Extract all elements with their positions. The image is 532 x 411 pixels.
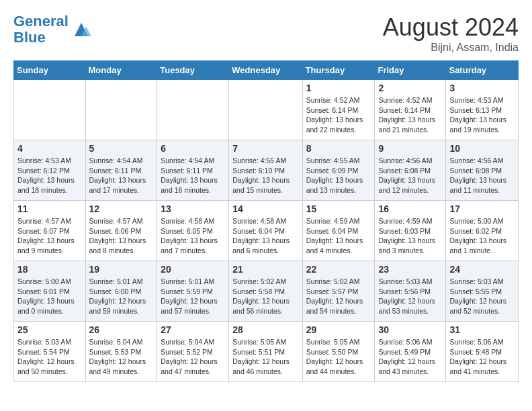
calendar-cell: 25Sunrise: 5:03 AM Sunset: 5:54 PM Dayli… — [14, 322, 86, 382]
day-number: 24 — [449, 264, 515, 275]
calendar-cell: 23Sunrise: 5:03 AM Sunset: 5:56 PM Dayli… — [375, 261, 446, 322]
calendar-cell: 30Sunrise: 5:06 AM Sunset: 5:49 PM Dayli… — [375, 322, 446, 382]
day-info: Sunrise: 4:53 AM Sunset: 6:13 PM Dayligh… — [449, 95, 515, 135]
calendar-cell: 27Sunrise: 5:04 AM Sunset: 5:52 PM Dayli… — [157, 322, 229, 382]
day-number: 20 — [161, 264, 225, 275]
day-info: Sunrise: 5:00 AM Sunset: 6:02 PM Dayligh… — [449, 216, 515, 256]
location: Bijni, Assam, India — [383, 42, 519, 54]
day-info: Sunrise: 4:56 AM Sunset: 6:08 PM Dayligh… — [378, 156, 442, 195]
day-number: 30 — [378, 324, 442, 335]
calendar-cell: 22Sunrise: 5:02 AM Sunset: 5:57 PM Dayli… — [302, 261, 375, 322]
calendar-cell: 20Sunrise: 5:01 AM Sunset: 5:59 PM Dayli… — [157, 261, 229, 322]
day-info: Sunrise: 5:06 AM Sunset: 5:49 PM Dayligh… — [378, 337, 442, 377]
calendar-cell: 13Sunrise: 4:58 AM Sunset: 6:05 PM Dayli… — [157, 201, 229, 261]
day-info: Sunrise: 4:56 AM Sunset: 6:08 PM Dayligh… — [449, 156, 515, 195]
day-number: 9 — [378, 143, 442, 154]
day-number: 14 — [232, 203, 298, 214]
week-row-4: 18Sunrise: 5:00 AM Sunset: 6:01 PM Dayli… — [14, 261, 519, 322]
calendar-cell: 8Sunrise: 4:55 AM Sunset: 6:09 PM Daylig… — [302, 140, 375, 201]
day-number: 1 — [306, 83, 371, 93]
day-info: Sunrise: 4:52 AM Sunset: 6:14 PM Dayligh… — [306, 95, 371, 135]
day-info: Sunrise: 5:03 AM Sunset: 5:54 PM Dayligh… — [17, 337, 82, 377]
day-info: Sunrise: 4:57 AM Sunset: 6:07 PM Dayligh… — [17, 216, 82, 256]
calendar-cell: 6Sunrise: 4:54 AM Sunset: 6:11 PM Daylig… — [157, 140, 229, 201]
calendar-cell: 1Sunrise: 4:52 AM Sunset: 6:14 PM Daylig… — [302, 80, 375, 140]
weekday-header-thursday: Thursday — [302, 61, 375, 80]
calendar-cell: 5Sunrise: 4:54 AM Sunset: 6:11 PM Daylig… — [85, 140, 157, 201]
calendar-cell: 3Sunrise: 4:53 AM Sunset: 6:13 PM Daylig… — [446, 80, 519, 140]
day-number: 28 — [232, 324, 298, 335]
day-number: 21 — [232, 264, 298, 275]
day-number: 7 — [232, 143, 298, 154]
day-number: 4 — [17, 143, 82, 154]
calendar-cell — [14, 80, 86, 140]
calendar-cell: 24Sunrise: 5:03 AM Sunset: 5:55 PM Dayli… — [446, 261, 519, 322]
day-number: 15 — [306, 203, 371, 214]
day-number: 13 — [161, 203, 225, 214]
calendar-cell — [157, 80, 229, 140]
weekday-header-row: SundayMondayTuesdayWednesdayThursdayFrid… — [14, 61, 519, 80]
day-number: 18 — [17, 264, 82, 275]
day-number: 2 — [378, 83, 442, 93]
calendar-cell: 31Sunrise: 5:06 AM Sunset: 5:48 PM Dayli… — [446, 322, 519, 382]
day-number: 5 — [89, 143, 154, 154]
day-info: Sunrise: 5:03 AM Sunset: 5:55 PM Dayligh… — [449, 277, 515, 316]
calendar-cell: 11Sunrise: 4:57 AM Sunset: 6:07 PM Dayli… — [14, 201, 86, 261]
week-row-5: 25Sunrise: 5:03 AM Sunset: 5:54 PM Dayli… — [14, 322, 519, 382]
logo-line2: Blue — [13, 29, 46, 46]
month-title: August 2024 — [383, 13, 519, 42]
calendar-cell: 28Sunrise: 5:05 AM Sunset: 5:51 PM Dayli… — [229, 322, 302, 382]
calendar-cell: 16Sunrise: 4:59 AM Sunset: 6:03 PM Dayli… — [375, 201, 446, 261]
day-number: 6 — [161, 143, 225, 154]
day-number: 22 — [306, 264, 371, 275]
weekday-header-tuesday: Tuesday — [157, 61, 229, 80]
logo: General Blue — [13, 13, 91, 46]
day-info: Sunrise: 4:58 AM Sunset: 6:04 PM Dayligh… — [232, 216, 298, 256]
day-number: 27 — [161, 324, 225, 335]
calendar-cell: 19Sunrise: 5:01 AM Sunset: 6:00 PM Dayli… — [85, 261, 157, 322]
week-row-1: 1Sunrise: 4:52 AM Sunset: 6:14 PM Daylig… — [14, 80, 519, 140]
day-number: 8 — [306, 143, 371, 154]
day-number: 3 — [449, 83, 515, 93]
calendar-cell — [85, 80, 157, 140]
logo-line1: General — [13, 13, 69, 30]
day-number: 12 — [89, 203, 154, 214]
day-number: 29 — [306, 324, 371, 335]
weekday-header-friday: Friday — [375, 61, 446, 80]
day-info: Sunrise: 4:59 AM Sunset: 6:04 PM Dayligh… — [306, 216, 371, 256]
day-info: Sunrise: 4:59 AM Sunset: 6:03 PM Dayligh… — [378, 216, 442, 256]
day-info: Sunrise: 5:02 AM Sunset: 5:57 PM Dayligh… — [306, 277, 371, 316]
calendar-cell: 10Sunrise: 4:56 AM Sunset: 6:08 PM Dayli… — [446, 140, 519, 201]
day-number: 19 — [89, 264, 154, 275]
calendar-table: SundayMondayTuesdayWednesdayThursdayFrid… — [13, 60, 519, 382]
day-info: Sunrise: 4:54 AM Sunset: 6:11 PM Dayligh… — [89, 156, 154, 195]
day-info: Sunrise: 5:04 AM Sunset: 5:52 PM Dayligh… — [161, 337, 225, 377]
calendar-cell: 26Sunrise: 5:04 AM Sunset: 5:53 PM Dayli… — [85, 322, 157, 382]
day-info: Sunrise: 5:01 AM Sunset: 6:00 PM Dayligh… — [89, 277, 154, 316]
calendar-cell: 9Sunrise: 4:56 AM Sunset: 6:08 PM Daylig… — [375, 140, 446, 201]
weekday-header-saturday: Saturday — [446, 61, 519, 80]
calendar-cell: 2Sunrise: 4:52 AM Sunset: 6:14 PM Daylig… — [375, 80, 446, 140]
calendar-cell: 14Sunrise: 4:58 AM Sunset: 6:04 PM Dayli… — [229, 201, 302, 261]
day-number: 25 — [17, 324, 82, 335]
day-info: Sunrise: 5:02 AM Sunset: 5:58 PM Dayligh… — [232, 277, 298, 316]
week-row-3: 11Sunrise: 4:57 AM Sunset: 6:07 PM Dayli… — [14, 201, 519, 261]
title-block: August 2024 Bijni, Assam, India — [383, 13, 519, 54]
day-info: Sunrise: 4:58 AM Sunset: 6:05 PM Dayligh… — [161, 216, 225, 256]
calendar-cell: 21Sunrise: 5:02 AM Sunset: 5:58 PM Dayli… — [229, 261, 302, 322]
day-number: 31 — [449, 324, 515, 335]
day-info: Sunrise: 4:54 AM Sunset: 6:11 PM Dayligh… — [161, 156, 225, 195]
day-info: Sunrise: 4:55 AM Sunset: 6:10 PM Dayligh… — [232, 156, 298, 195]
day-info: Sunrise: 5:00 AM Sunset: 6:01 PM Dayligh… — [17, 277, 82, 316]
day-info: Sunrise: 5:05 AM Sunset: 5:50 PM Dayligh… — [306, 337, 371, 377]
day-info: Sunrise: 4:57 AM Sunset: 6:06 PM Dayligh… — [89, 216, 154, 256]
day-info: Sunrise: 5:06 AM Sunset: 5:48 PM Dayligh… — [449, 337, 515, 377]
weekday-header-sunday: Sunday — [14, 61, 86, 80]
day-number: 16 — [378, 203, 442, 214]
page-header: General Blue August 2024 Bijni, Assam, I… — [13, 13, 519, 54]
calendar-cell: 7Sunrise: 4:55 AM Sunset: 6:10 PM Daylig… — [229, 140, 302, 201]
week-row-2: 4Sunrise: 4:53 AM Sunset: 6:12 PM Daylig… — [14, 140, 519, 201]
day-info: Sunrise: 5:03 AM Sunset: 5:56 PM Dayligh… — [378, 277, 442, 316]
weekday-header-wednesday: Wednesday — [229, 61, 302, 80]
calendar-cell — [229, 80, 302, 140]
